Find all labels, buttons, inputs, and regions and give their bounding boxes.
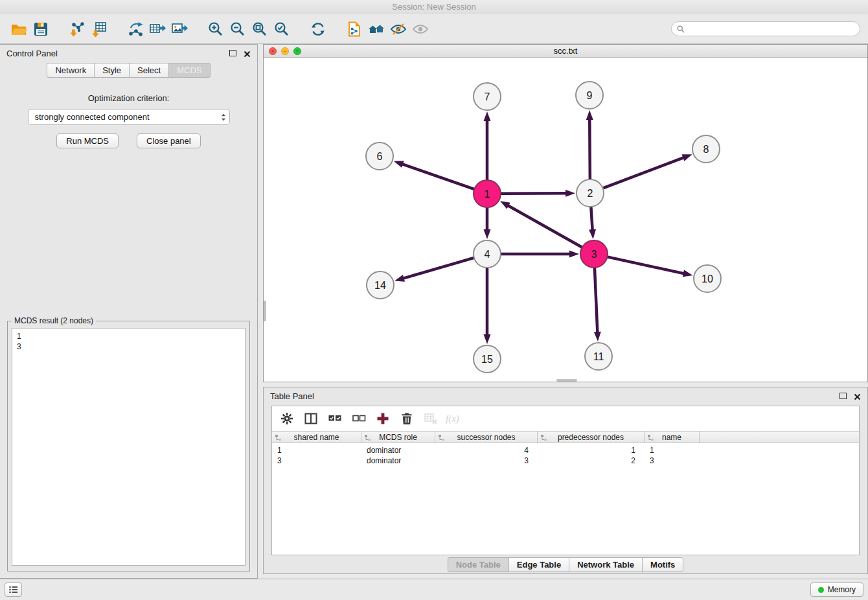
import-table-button[interactable]	[88, 18, 110, 40]
column-header-label: successor nodes	[457, 433, 515, 442]
column-header-mcds-role[interactable]: MCDS role	[361, 432, 435, 443]
vertical-scrollbar[interactable]	[264, 301, 266, 321]
zoom-out-button[interactable]	[227, 18, 249, 40]
float-panel-icon[interactable]	[229, 50, 236, 56]
graph-edge-1-6[interactable]	[394, 161, 474, 189]
graph-node-3[interactable]: 3	[580, 240, 608, 268]
show-columns-button[interactable]	[303, 410, 319, 427]
app-window: Session: New Session Control Panel Netwo…	[0, 0, 868, 600]
network-view-button[interactable]	[343, 18, 365, 40]
graph-edge-4-3[interactable]	[501, 251, 579, 258]
export-network-button[interactable]	[124, 18, 146, 40]
close-panel-button[interactable]: Close panel	[137, 133, 201, 148]
graph-node-15[interactable]: 15	[474, 345, 501, 373]
close-panel-icon[interactable]	[854, 393, 861, 400]
control-panel: Control Panel Network Style Select MCDS …	[0, 44, 258, 579]
graph-edge-4-14[interactable]	[394, 258, 474, 282]
column-header-successor-nodes[interactable]: successor nodes	[435, 432, 538, 443]
graph-node-11[interactable]: 11	[585, 343, 612, 370]
cell-name: 3	[645, 456, 700, 465]
graph-node-14[interactable]: 14	[367, 271, 394, 299]
mcds-result-box[interactable]: 1 3	[12, 328, 246, 566]
tab-style[interactable]: Style	[94, 63, 130, 78]
network-canvas[interactable]: 7968124314101511	[264, 58, 867, 382]
zoom-out-icon	[229, 21, 246, 38]
graph-edge-3-1[interactable]	[500, 201, 582, 247]
select-all-button[interactable]	[326, 410, 343, 427]
cell-mcds-role: dominator	[361, 446, 435, 455]
main-toolbar	[0, 14, 868, 44]
export-image-icon	[171, 21, 188, 38]
zoom-window-icon[interactable]: +	[293, 47, 301, 55]
network-window-title: scc.txt	[554, 46, 578, 56]
graph-node-1[interactable]: 1	[474, 180, 501, 207]
graph-edge-4-15[interactable]	[484, 268, 491, 344]
column-header-predecessor-nodes[interactable]: predecessor nodes	[538, 432, 645, 443]
home-button[interactable]	[365, 18, 387, 40]
refresh-button[interactable]	[307, 18, 329, 40]
tab-edge-table[interactable]: Edge Table	[508, 557, 569, 572]
run-mcds-button[interactable]: Run MCDS	[56, 133, 119, 148]
zoom-selected-button[interactable]	[271, 18, 293, 40]
deselect-all-button[interactable]	[350, 410, 367, 427]
network-view-icon	[346, 21, 363, 38]
table-row[interactable]: 1 dominator 4 1 1	[272, 445, 859, 456]
table-row[interactable]: 3 dominator 3 2 3	[272, 456, 859, 466]
tab-node-table[interactable]: Node Table	[448, 557, 509, 572]
search-input[interactable]	[688, 25, 854, 34]
graph-node-10[interactable]: 10	[694, 265, 721, 292]
graph-edge-2-8[interactable]	[604, 154, 692, 188]
zoom-in-button[interactable]	[205, 18, 227, 40]
show-hidden-button[interactable]	[409, 18, 431, 40]
column-header-shared-name[interactable]: shared name	[272, 432, 361, 443]
graph-edge-1-4[interactable]	[484, 208, 491, 239]
minimize-window-icon[interactable]: −	[281, 47, 289, 55]
float-panel-icon[interactable]	[839, 393, 847, 399]
graph-node-7[interactable]: 7	[474, 83, 501, 110]
add-column-button[interactable]	[374, 410, 391, 427]
tab-motifs[interactable]: Motifs	[642, 557, 683, 572]
graph-edge-1-2[interactable]	[501, 190, 575, 197]
delete-column-button[interactable]	[398, 410, 415, 427]
close-panel-icon[interactable]	[244, 50, 251, 57]
delete-table-button[interactable]	[422, 410, 439, 427]
graph-edge-3-11[interactable]	[594, 268, 601, 341]
sort-icon	[364, 434, 371, 441]
open-session-button[interactable]	[8, 18, 30, 40]
graph-node-label: 4	[485, 249, 490, 260]
tab-select[interactable]: Select	[129, 63, 169, 78]
column-header-name[interactable]: name	[645, 432, 700, 443]
graph-edge-1-7[interactable]	[484, 111, 491, 179]
memory-button[interactable]: Memory	[810, 583, 863, 597]
close-window-icon[interactable]: ×	[269, 47, 277, 55]
graph-edge-2-3[interactable]	[589, 207, 596, 239]
cell-shared-name: 1	[272, 446, 361, 455]
graph-node-9[interactable]: 9	[576, 82, 603, 109]
apply-function-button[interactable]: f(x)	[446, 410, 463, 427]
column-header-label: shared name	[293, 433, 339, 442]
horizontal-scrollbar[interactable]	[556, 379, 577, 382]
graph-node-label: 2	[588, 188, 593, 199]
save-session-button[interactable]	[30, 18, 52, 40]
hide-selected-button[interactable]	[387, 18, 409, 40]
optimization-select[interactable]: strongly connected component	[28, 109, 230, 125]
export-image-button[interactable]	[168, 18, 190, 40]
graph-node-2[interactable]: 2	[577, 179, 604, 207]
graph-node-4[interactable]: 4	[474, 240, 501, 268]
network-window: × − + scc.txt 7968124314101511	[263, 44, 868, 382]
zoom-selected-icon	[273, 21, 290, 38]
tab-mcds[interactable]: MCDS	[168, 63, 210, 78]
graph-edge-2-9[interactable]	[586, 110, 593, 179]
cell-predecessor-nodes: 2	[538, 456, 645, 465]
table-settings-button[interactable]	[279, 410, 295, 427]
tab-network-table[interactable]: Network Table	[569, 557, 643, 572]
zoom-fit-button[interactable]	[249, 18, 271, 40]
graph-node-6[interactable]: 6	[366, 143, 393, 170]
import-network-button[interactable]	[66, 18, 88, 40]
search-field[interactable]	[671, 21, 860, 36]
export-table-button[interactable]	[146, 18, 168, 40]
tab-network[interactable]: Network	[47, 63, 95, 78]
graph-node-8[interactable]: 8	[692, 135, 720, 163]
graph-edge-3-10[interactable]	[608, 257, 692, 277]
show-panels-button[interactable]	[5, 583, 22, 597]
